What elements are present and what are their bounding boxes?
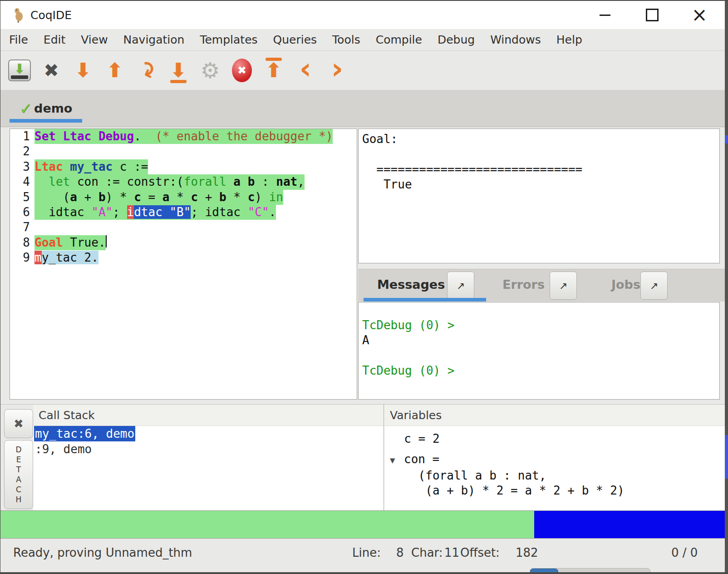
menu-item-help[interactable]: Help [549, 33, 590, 46]
menu-item-view[interactable]: View [73, 33, 115, 46]
code-text: Ltac my_tac c := [34, 159, 148, 174]
variable-entry: c = 2 [384, 431, 725, 446]
code-token: m [34, 251, 42, 264]
code-line-7[interactable]: 7 [10, 220, 357, 235]
forward-one-button[interactable]: ⬇ [70, 55, 96, 86]
code-token: , [297, 175, 305, 188]
chevron-left-icon: ‹ [300, 54, 311, 83]
code-token: * [226, 190, 248, 204]
fully-check-button[interactable]: ⚙ [197, 55, 223, 86]
code-line-3[interactable]: 3Ltac my_tac c := [10, 159, 357, 174]
progress-bar [0, 510, 728, 539]
menu-item-edit[interactable]: Edit [36, 33, 73, 46]
title-bar: CoqIDE × [0, 1, 728, 29]
code-token: ) * [106, 190, 134, 204]
backward-one-button[interactable]: ⬆ [102, 55, 128, 86]
previous-button[interactable]: ‹ [293, 55, 318, 86]
maximize-button[interactable] [642, 5, 663, 25]
errors-detach-button[interactable]: ↗ [550, 272, 577, 300]
code-line-6[interactable]: 6 idtac "A"; idtac "B"; idtac "C". [10, 205, 357, 220]
call-stack-frame[interactable]: my_tac:6, demo [33, 426, 384, 441]
variable-entry: (a + b) * 2 = a * 2 + b * 2) [384, 483, 725, 498]
call-stack-panel: Call Stack my_tac:6, demo:9, demo [33, 405, 384, 511]
menu-item-templates[interactable]: Templates [192, 33, 265, 46]
menu-item-debug[interactable]: Debug [430, 33, 482, 46]
minimize-button[interactable] [595, 5, 615, 25]
close-debugger-button[interactable]: ✖ [4, 409, 33, 438]
code-token: . [269, 205, 276, 219]
tab-errors[interactable]: Errors [502, 277, 545, 292]
code-line-4[interactable]: 4 let con := constr:(forall a b : nat, [10, 174, 357, 189]
menu-bar: FileEditViewNavigationTemplatesQueriesTo… [0, 29, 728, 51]
line-label: Line: [352, 546, 381, 559]
window-right-edge [725, 1, 728, 574]
variables-title: Variables [390, 409, 442, 422]
stop-icon: ✖ [232, 59, 252, 82]
run-to-end-button[interactable]: ⬇ [166, 55, 191, 86]
tab-jobs[interactable]: Jobs [611, 277, 640, 292]
code-token: in [269, 190, 283, 204]
code-line-5[interactable]: 5 (a + b) * c = a * c + b * c) in [10, 190, 357, 205]
arrow-to-top-icon: ⬆ [266, 60, 282, 80]
call-stack-frame[interactable]: :9, demo [33, 441, 384, 457]
window-title: CoqIDE [30, 9, 72, 22]
menu-item-navigation[interactable]: Navigation [116, 33, 192, 46]
arrow-up-icon: ⬆ [107, 60, 123, 80]
message-line: TcDebug (0) > [362, 363, 719, 378]
tab-messages[interactable]: Messages [377, 277, 445, 292]
detach-button-label: D E T A C H [15, 445, 21, 505]
char-value: 11 [444, 546, 459, 559]
code-line-8[interactable]: 8Goal True. [10, 235, 357, 250]
active-tab-indicator [10, 119, 82, 123]
restart-button[interactable]: ⬆ [261, 55, 286, 86]
detach-debugger-button[interactable]: D E T A C H [4, 440, 33, 509]
code-text: Set Ltac Debug. (* enable the debugger *… [34, 129, 333, 144]
messages-detach-button[interactable]: ↗ [447, 272, 474, 300]
code-line-9[interactable]: 9my_tac 2. [10, 250, 357, 265]
code-token: c [134, 190, 141, 204]
progress-done-segment [0, 511, 534, 538]
call-stack-title: Call Stack [39, 409, 95, 422]
code-token: forall [184, 175, 226, 188]
tab-bar: ✓ demo [0, 90, 728, 127]
code-token: ) [255, 190, 269, 204]
code-token: = [141, 190, 162, 204]
menu-item-queries[interactable]: Queries [266, 33, 325, 46]
menu-item-compile[interactable]: Compile [368, 33, 430, 46]
menu-item-file[interactable]: File [1, 33, 36, 46]
save-button[interactable]: ⬇ [7, 55, 32, 86]
interrupt-button[interactable]: ✖ [229, 55, 255, 86]
message-line: A [362, 333, 719, 348]
run-to-cursor-button[interactable]: ↷ [134, 55, 159, 86]
line-number: 6 [10, 205, 34, 220]
code-line-1[interactable]: 1Set Ltac Debug. (* enable the debugger … [10, 129, 357, 144]
edge-scroll-mark [725, 135, 728, 144]
menu-item-tools[interactable]: Tools [325, 33, 368, 46]
line-number: 2 [10, 144, 34, 159]
code-line-2[interactable]: 2 [10, 144, 357, 159]
status-message: Ready, proving Unnamed_thm [13, 546, 192, 559]
goal-counter: 0 / 0 [671, 546, 698, 559]
variable-entry[interactable]: ▼con = [384, 452, 725, 468]
jobs-detach-button[interactable]: ↗ [640, 272, 668, 300]
triangle-down-icon[interactable]: ▼ [390, 453, 404, 468]
script-editor[interactable]: 1Set Ltac Debug. (* enable the debugger … [10, 129, 357, 400]
line-number: 5 [10, 190, 34, 205]
code-text: let con := constr:(forall a b : nat, [34, 174, 305, 189]
coqide-logo-icon [12, 7, 25, 23]
code-token: Goal [34, 236, 63, 249]
code-token: "A" [91, 205, 113, 219]
goal-text: Goal: ============================= True [362, 132, 719, 193]
close-window-button[interactable]: × [689, 5, 710, 25]
variable-entry: (forall a b : nat, [384, 468, 725, 483]
menu-item-windows[interactable]: Windows [482, 33, 549, 46]
code-token: + [77, 190, 98, 204]
close-x-icon: ✖ [44, 61, 59, 79]
close-button[interactable]: ✖ [39, 55, 64, 86]
tab-label: demo [34, 101, 72, 115]
variables-panel: Variables c = 2▼con = (forall a b : nat,… [384, 405, 725, 511]
next-button[interactable]: › [325, 55, 350, 86]
code-token: con := constr:( [70, 175, 183, 188]
code-token: nat [276, 175, 297, 188]
code-token: + [198, 190, 219, 204]
